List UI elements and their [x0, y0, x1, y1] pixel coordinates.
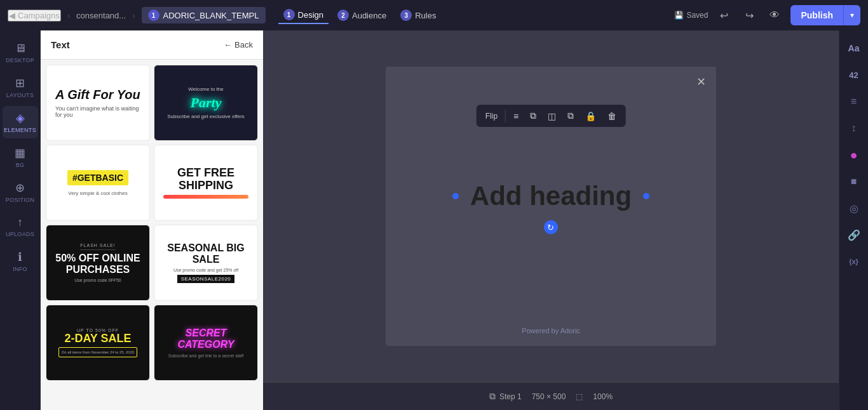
saved-label: Saved	[686, 11, 708, 20]
sidebar-item-bg[interactable]: ▦ BG	[3, 141, 38, 173]
sidebar-item-uploads[interactable]: ↑ UPLOADS	[3, 211, 38, 242]
right-link-button[interactable]: 🔗	[843, 223, 865, 246]
uploads-label: UPLOADS	[6, 231, 34, 237]
text-card-gift[interactable]: A Gift For You You can't imagine what is…	[46, 65, 150, 141]
bg-icon: ▦	[15, 146, 25, 160]
party-title: Party	[191, 95, 222, 111]
shipping-title: GET FREE SHIPPING	[163, 167, 248, 192]
rotate-handle[interactable]: ↻	[544, 220, 558, 234]
right-align-button[interactable]: ≡	[843, 90, 865, 113]
text-card-party[interactable]: Welcome to the Party Subscribe and get e…	[154, 65, 258, 141]
seasonal-subtitle: Use promo code and get 25% off	[173, 268, 238, 272]
twoday-subtitle: On all items from November 24 to 25, 202…	[62, 350, 135, 354]
layer-button[interactable]: ◫	[543, 108, 561, 124]
powered-by: Powered by Adoric	[386, 322, 716, 340]
sidebar-item-layouts[interactable]: ⊞ LAYOUTS	[3, 71, 38, 103]
getbasic-subtitle: Very simple & cool clothes	[68, 190, 127, 196]
flip-label: Flip	[480, 109, 503, 124]
canvas-frame: ✕ Flip ≡ ⧉ ◫ ⧉	[386, 67, 716, 346]
layouts-label: LAYOUTS	[6, 92, 34, 98]
back-to-campaigns-button[interactable]: ◀ Campaigns	[8, 10, 61, 22]
duplicate-button[interactable]: ⧉	[562, 107, 579, 124]
sidebar-item-position[interactable]: ⊕ POSITION	[3, 176, 38, 208]
campaigns-label: Campaigns	[18, 11, 60, 20]
sidebar-item-info[interactable]: ℹ INFO	[3, 245, 38, 277]
step-indicator: ⧉ Step 1	[489, 391, 522, 402]
lock-button[interactable]: 🔒	[580, 108, 601, 124]
text-card-fifty[interactable]: FLASH SALE! 50% OFF ONLINE PURCHASES Use…	[46, 225, 150, 301]
back-arrow-icon: ←	[224, 40, 232, 50]
party-subtitle: Subscribe and get exclusive offers	[167, 114, 245, 119]
text-card-seasonal[interactable]: SEASONAL BIG SALE Use promo code and get…	[154, 225, 258, 301]
duplicate-icon: ⧉	[567, 110, 574, 121]
fifty-title: 50% OFF ONLINE PURCHASES	[53, 253, 143, 275]
nav-right-actions: 💾 Saved ↩ ↪ 👁 Publish ▾	[674, 5, 860, 25]
publish-button[interactable]: Publish	[790, 5, 843, 25]
template-name-label: ADORIC_BLANK_TEMPL	[163, 11, 259, 20]
gift-title: A Gift For You	[55, 88, 140, 102]
right-variable-button[interactable]: {x}	[843, 250, 865, 273]
position-icon: ⊕	[15, 181, 25, 195]
text-card-getbasic[interactable]: #GETBASIC Very simple & cool clothes	[46, 145, 150, 221]
nav-step-rules[interactable]: 3 Rules	[395, 7, 441, 23]
design-step-num: 1	[283, 9, 295, 20]
bg-label: BG	[16, 162, 25, 168]
canvas-area: ✕ Flip ≡ ⧉ ◫ ⧉	[263, 30, 839, 410]
preview-button[interactable]: 👁	[765, 6, 784, 25]
canvas-close-button[interactable]: ✕	[692, 73, 710, 91]
party-welcome: Welcome to the	[188, 86, 223, 92]
nav-steps: 1 Design 2 Audience 3 Rules	[278, 6, 442, 24]
breadcrumb-sep-1: ›	[67, 11, 70, 20]
back-arrow-icon: ◀	[9, 11, 15, 20]
fifty-flash-label: FLASH SALE!	[80, 243, 115, 250]
heading-text[interactable]: Add heading	[458, 178, 644, 214]
right-spacing-button[interactable]: ↕	[843, 117, 865, 140]
nav-step-audience[interactable]: 2 Audience	[332, 7, 391, 23]
right-opacity-button[interactable]: ◎	[843, 197, 865, 220]
text-card-shipping[interactable]: GET FREE SHIPPING	[154, 145, 258, 221]
elements-icon: ◈	[16, 111, 25, 125]
resize-handle-right[interactable]	[643, 193, 649, 199]
text-panel: Text ← Back A Gift For You You can't ima…	[41, 30, 263, 410]
canvas-size-icon: ⬚	[576, 392, 583, 401]
shipping-wave-decoration	[163, 195, 248, 199]
text-panel-title: Text	[51, 39, 70, 50]
seasonal-code: SEASONSALE2020	[177, 275, 235, 283]
text-card-twoday[interactable]: UP TO 50% OFF 2-DAY SALE On all items fr…	[46, 305, 150, 381]
text-card-secret[interactable]: SECRET CATEGORY Subscribe and get link t…	[154, 305, 258, 381]
sidebar-item-desktop[interactable]: 🖥 DESKTOP	[3, 37, 38, 69]
rules-step-label: Rules	[415, 11, 436, 20]
delete-button[interactable]: 🗑	[602, 108, 621, 124]
publish-dropdown-button[interactable]: ▾	[843, 5, 860, 25]
sidebar-item-elements[interactable]: ◈ ELEMENTS	[3, 106, 38, 138]
info-label: INFO	[13, 266, 27, 272]
consentand-label: consentand...	[76, 11, 126, 20]
right-background-button[interactable]: ■	[843, 170, 865, 193]
publish-group: Publish ▾	[790, 5, 860, 25]
top-navigation: ◀ Campaigns › consentand... › 1 ADORIC_B…	[0, 0, 868, 30]
align-icon: ≡	[513, 111, 519, 121]
right-font-size[interactable]: 42	[843, 63, 865, 86]
text-cards-grid: A Gift For You You can't imagine what is…	[41, 60, 263, 386]
lock-icon: 🔒	[585, 111, 596, 121]
canvas-wrapper: ✕ Flip ≡ ⧉ ◫ ⧉	[263, 30, 839, 382]
arrange-button[interactable]: ⧉	[525, 107, 541, 124]
right-sidebar: Aa 42 ≡ ↕ ● ■ ◎ 🔗 {x}	[839, 30, 868, 410]
undo-button[interactable]: ↩	[714, 6, 733, 25]
main-layout: 🖥 DESKTOP ⊞ LAYOUTS ◈ ELEMENTS ▦ BG ⊕ PO…	[0, 30, 868, 410]
zoom-label: 100%	[593, 392, 613, 401]
rules-step-num: 3	[400, 10, 412, 21]
twoday-title: 2-DAY SALE	[64, 333, 131, 345]
layer-icon: ◫	[548, 111, 556, 121]
back-button[interactable]: ← Back	[224, 40, 253, 50]
desktop-label: DESKTOP	[6, 57, 34, 63]
right-color-button[interactable]: ●	[843, 143, 865, 166]
getbasic-tag: #GETBASIC	[67, 170, 128, 185]
secret-title: SECRET CATEGORY	[161, 327, 251, 350]
align-button[interactable]: ≡	[508, 108, 524, 124]
redo-button[interactable]: ↪	[740, 6, 759, 25]
template-step-num: 1	[148, 10, 159, 21]
breadcrumb-sep-2: ›	[132, 11, 135, 20]
twoday-details-box: On all items from November 24 to 25, 202…	[58, 347, 138, 357]
nav-step-design[interactable]: 1 Design	[278, 6, 329, 24]
